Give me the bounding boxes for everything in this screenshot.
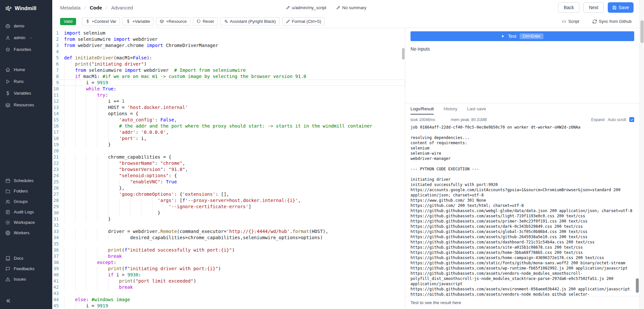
sidebar-item-schedules[interactable]: Schedules <box>0 176 52 186</box>
code-line[interactable]: 29 '--ignore-certificate-errors'] <box>52 204 405 210</box>
sidebar-item-resources[interactable]: Resources <box>0 99 52 111</box>
code-line[interactable]: 31 } <box>52 216 405 222</box>
tab-advanced[interactable]: Advanced <box>111 5 133 10</box>
page-scrollbar[interactable] <box>639 0 644 309</box>
toolbar-variable[interactable]: +Variable <box>122 17 153 25</box>
code-line[interactable]: 45 i = 9919 <box>52 303 405 309</box>
code-line[interactable]: 26 }, <box>52 185 405 191</box>
line-number: 45 <box>52 303 64 309</box>
code-line[interactable]: 34 desired_capabilities=chrome_capabilit… <box>52 235 405 241</box>
toolbar-context-var[interactable]: +Context Var <box>82 17 120 25</box>
code-line[interactable]: 17 'addr': '0.0.0.0', <box>52 129 405 135</box>
tab-code[interactable]: Code <box>90 5 102 10</box>
logs-tab-logs-result[interactable]: Logs/Result <box>411 103 434 115</box>
code-editor[interactable]: 1import selenium2from seleniumwire impor… <box>52 28 405 309</box>
code-line[interactable]: 22 "browserName": "chrome", <box>52 160 405 166</box>
code-line[interactable]: 40 if i > 9930: <box>52 272 405 278</box>
code-line[interactable]: 36 print(f"initiated successfully with p… <box>52 247 405 253</box>
code-line[interactable]: 9 i = 9919 <box>52 80 405 86</box>
script-summary[interactable]: No summary <box>336 5 366 10</box>
code-line[interactable]: 14 options = { <box>52 111 405 117</box>
code-line[interactable]: 35 <box>52 241 405 247</box>
tab-metadata[interactable]: Metadata <box>60 5 81 10</box>
sidebar-item-admin[interactable]: admin <box>0 32 52 44</box>
code-line[interactable]: 33 driver = webdriver.Remote(command_exe… <box>52 228 405 235</box>
code-line[interactable]: 13 HOST = 'host.docker.internal' <box>52 104 405 111</box>
code-line[interactable]: 2from seleniumwire import webdriver <box>52 36 405 42</box>
code-line[interactable]: 4 <box>52 49 405 55</box>
toolbar-script[interactable]: Script <box>560 19 581 24</box>
logs-tab-last-save[interactable]: Last save <box>467 103 486 115</box>
toolbar-sync-from-github[interactable]: Sync from Github <box>590 19 634 24</box>
code-line[interactable]: 24 "selenoid:options": { <box>52 173 405 179</box>
code-line[interactable]: 37 break <box>52 253 405 259</box>
sidebar-item-variables[interactable]: Variables <box>0 87 52 99</box>
code-line-text: except: <box>64 259 405 266</box>
code-token: options = { <box>108 111 138 116</box>
sidebar-item-audit-logs[interactable]: Audit Logs <box>0 207 52 217</box>
code-line[interactable]: 23 "browserVersion": "91.0", <box>52 166 405 173</box>
sidebar-item-runs[interactable]: Runs <box>0 76 52 87</box>
code-line[interactable]: 30 } <box>52 210 405 216</box>
sidebar-item-demo[interactable]: demo <box>0 20 52 32</box>
windmill-logo[interactable]: Windmill <box>0 0 52 16</box>
code-line[interactable]: 42 break <box>52 284 405 290</box>
save-button[interactable]: Save <box>608 2 634 13</box>
sidebar-item-workspace[interactable]: Workspace <box>0 217 52 228</box>
collapse-sidebar-button[interactable] <box>0 294 52 309</box>
toolbar-format-ctrl-s[interactable]: Format (Ctrl+S) <box>282 17 325 25</box>
script-path[interactable]: u/admin/my_script <box>286 5 326 10</box>
sidebar-item-feedbacks[interactable]: Feedbacks <box>0 264 52 274</box>
code-line-text: desired_capabilities=chrome_capabilities… <box>64 235 405 241</box>
code-line[interactable]: 44 else: #windows image <box>52 297 405 303</box>
sidebar-item-home[interactable]: Home <box>0 64 52 76</box>
code-line[interactable]: 12 i += 1 <box>52 98 405 104</box>
autoscroll-checkbox[interactable] <box>629 117 634 122</box>
logs-tab-history[interactable]: History <box>443 103 457 115</box>
code-line[interactable]: 15 'auto_config': False, <box>52 117 405 123</box>
editor-scrollbar[interactable] <box>402 28 405 309</box>
toolbar-reset[interactable]: Reset <box>193 17 217 25</box>
sidebar-item-favorites[interactable]: Favorites <box>0 44 52 55</box>
sidebar-item-docs[interactable]: Docs <box>0 253 52 264</box>
toolbar-assistant-pyright-black[interactable]: Assistant (Pyright Black) <box>220 17 280 25</box>
code-line[interactable]: 41 print("port limit exceeded") <box>52 278 405 284</box>
code-line[interactable]: 7 from seleniumwire import webdriver # I… <box>52 67 405 73</box>
code-token <box>72 55 75 60</box>
code-line[interactable]: 38 except: <box>52 259 405 266</box>
code-token <box>64 73 75 80</box>
page-scrollbar-thumb[interactable] <box>640 20 644 43</box>
sidebar-item-folders[interactable]: Folders <box>0 186 52 196</box>
editor-scrollbar-thumb[interactable] <box>402 48 405 59</box>
toolbar-resource[interactable]: +Resource <box>156 17 190 25</box>
next-button[interactable]: Next <box>583 2 604 13</box>
code-line[interactable]: 6 print("initiating driver") <box>52 61 405 67</box>
code-line[interactable]: 5def initiateDriver(macM1=False): <box>52 55 405 61</box>
code-line[interactable]: 27 'goog:chromeOptions': {'extensions': … <box>52 191 405 197</box>
code-line[interactable]: 10 while True: <box>52 86 405 92</box>
line-number: 30 <box>52 210 64 216</box>
code-line[interactable]: 28 'args': [f'--proxy-server=host.docker… <box>52 197 405 204</box>
code-line[interactable]: 3from webdriver_manager.chrome import Ch… <box>52 42 405 49</box>
sidebar-item-groups[interactable]: Groups <box>0 196 52 207</box>
code-line[interactable]: 18 'port': i, <box>52 135 405 142</box>
log-scrollbar-thumb[interactable] <box>636 278 639 293</box>
code-line[interactable]: 32 <box>52 222 405 228</box>
sidebar-item-workers[interactable]: Workers <box>0 228 52 238</box>
test-button[interactable]: Test Ctrl+Enter <box>411 31 634 41</box>
code-line[interactable]: 1import selenium <box>52 30 405 36</box>
code-line[interactable]: 20 <box>52 148 405 154</box>
expand-button[interactable]: Expand <box>591 117 604 122</box>
sidebar-group: HomeRunsVariablesResources <box>0 64 52 111</box>
code-line[interactable]: 19 } <box>52 142 405 148</box>
code-line[interactable]: 16 # the addr and the port where the pro… <box>52 123 405 129</box>
back-button[interactable]: Back <box>558 2 579 13</box>
sidebar-item-issues[interactable]: Issues <box>0 274 52 285</box>
code-line[interactable]: 11 try: <box>52 92 405 98</box>
code-line[interactable]: 43 <box>52 290 405 297</box>
code-line[interactable]: 21 chrome_capabilities = { <box>52 154 405 160</box>
code-line[interactable]: 8 if macM1: #if we are on mac m1 -> cust… <box>52 73 405 80</box>
code-line[interactable]: 25 "enableVNC": True <box>52 179 405 185</box>
code-token: : <box>160 179 166 184</box>
code-line[interactable]: 39 print(f"initiating driver with port:{… <box>52 266 405 272</box>
